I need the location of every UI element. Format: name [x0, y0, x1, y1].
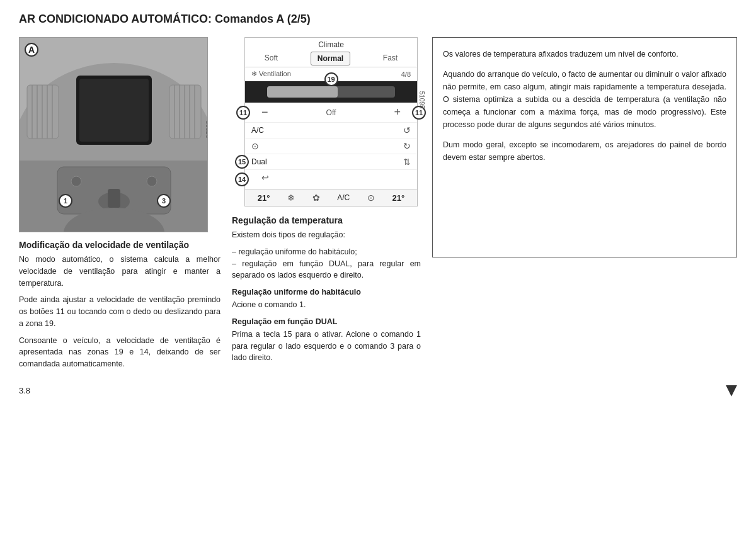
tab-soft[interactable]: Soft: [258, 52, 284, 65]
circle-icon: ⊙: [251, 141, 259, 151]
ac-label: A/C: [251, 126, 264, 135]
sub1-title: Regulação uniforme do habitáculo: [232, 288, 421, 296]
side-code-right: 51095: [419, 91, 426, 108]
climate-screen: Climate Soft Normal Fast ❄ Ventilation 4…: [244, 37, 418, 206]
temp-right: 21°: [392, 193, 404, 203]
svg-rect-3: [79, 79, 149, 142]
ac-icon: ↺: [403, 125, 411, 135]
svg-rect-19: [108, 189, 120, 208]
label-a: A: [25, 43, 38, 57]
dual-icon: ⇅: [403, 157, 411, 167]
bottom-bar: 21° ❄ ✿ A/C ⊙ 21°: [245, 189, 417, 206]
climate-tabs: Soft Normal Fast: [245, 50, 417, 67]
slider-bar[interactable]: [267, 86, 394, 98]
left-para1: No modo automático, o sistema calcula a …: [19, 254, 220, 289]
right-para3: Dum modo geral, excepto se incomodarem, …: [443, 138, 726, 164]
bottom-icon3: ⊙: [367, 193, 375, 203]
mid-bullets: – regulação uniforme do habitáculo; – re…: [232, 246, 421, 281]
slider-fill: [267, 86, 337, 98]
bullet1: regulação uniforme do habitáculo;: [238, 247, 357, 256]
nav-arrow-icon[interactable]: [726, 385, 737, 397]
back-icon: ↩: [261, 172, 269, 183]
bottom-icon2: ✿: [312, 193, 320, 203]
page-title: AR CONDICIONADO AUTOMÁTICO: Comandos A (…: [19, 13, 737, 26]
badge-3: 3: [157, 194, 171, 208]
left-column: A: [19, 37, 220, 375]
middle-column: Climate Soft Normal Fast ❄ Ventilation 4…: [232, 37, 421, 369]
ventilation-label: ❄ Ventilation: [251, 70, 291, 78]
recirculate-icon: ↻: [403, 141, 411, 151]
dual-label: Dual: [251, 157, 267, 166]
temp-left: 21°: [258, 193, 270, 203]
tab-normal[interactable]: Normal: [311, 52, 350, 65]
off-label: Off: [326, 108, 336, 117]
left-section-title: Modificação da velocidade de ventilação: [19, 240, 220, 250]
page-number: 3.8: [19, 386, 30, 395]
bullet2: regulação em função DUAL, para regular e…: [232, 259, 421, 280]
badge-14: 14: [235, 172, 249, 186]
sub1-text: Acione o comando 1.: [232, 299, 421, 311]
footer: 3.8: [19, 385, 737, 397]
right-info-box: Os valores de temperatura afixados tradu…: [432, 37, 737, 257]
plus-label: +: [394, 106, 401, 119]
dashboard-image: A: [19, 37, 208, 232]
sub2-text: Prima a tecla 15 para o ativar. Acione o…: [232, 329, 421, 364]
mid-intro: Existem dois tipos de regulação:: [232, 229, 421, 241]
ac-row: A/C ↺: [245, 123, 417, 138]
badge-1: 1: [59, 194, 72, 208]
off-row: 11 − Off + 11: [245, 103, 417, 123]
bottom-ac: A/C: [337, 193, 350, 202]
badge-19: 19: [324, 72, 338, 86]
svg-point-21: [147, 176, 157, 186]
svg-point-20: [71, 176, 81, 186]
tab-fast[interactable]: Fast: [377, 52, 404, 65]
dashboard-svg: [20, 38, 208, 232]
slider-area: 19: [245, 81, 417, 103]
badge-15: 15: [235, 155, 249, 169]
sub2-title: Regulação em função DUAL: [232, 317, 421, 326]
mid-section-title: Regulação da temperatura: [232, 215, 421, 225]
right-para1: Os valores de temperatura afixados tradu…: [443, 48, 726, 60]
back-row: 14 ↩: [245, 170, 417, 189]
left-para3: Consoante o veículo, a velocidade de ven…: [19, 335, 220, 370]
dual-row: 15 Dual ⇅: [245, 154, 417, 170]
side-code-left: 50626: [205, 121, 208, 138]
ventilation-value: 4/8: [401, 71, 411, 78]
bottom-icon1: ❄: [287, 193, 295, 203]
climate-header: Climate: [245, 38, 417, 50]
main-content: A: [19, 37, 737, 375]
left-para2: Pode ainda ajustar a velocidade de venti…: [19, 294, 220, 329]
minus-label: −: [261, 106, 268, 119]
right-para2: Aquando do arranque do veículo, o facto …: [443, 68, 726, 131]
badge-11-left: 11: [236, 106, 250, 120]
row2: ⊙ ↻: [245, 138, 417, 154]
